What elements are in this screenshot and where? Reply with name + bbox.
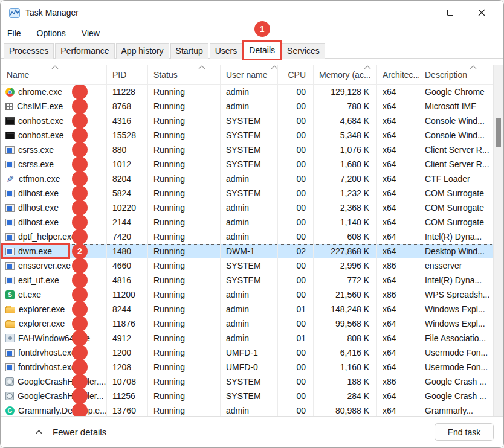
- menu-file[interactable]: File: [7, 27, 21, 40]
- cell-memory: 7,200 K: [313, 171, 376, 186]
- process-row[interactable]: esif_uf.exe 4816 Running SYSTEM 00 772 K…: [1, 273, 493, 287]
- cell-memory: 2,368 K: [313, 200, 376, 215]
- cell-name: ✎ctfmon.exe: [1, 171, 106, 186]
- pen-icon: ✎: [5, 174, 15, 184]
- column-header-memory[interactable]: Memory (ac...: [313, 65, 376, 85]
- task-manager-icon: [9, 8, 20, 18]
- cell-name: dllhost.exe: [1, 186, 106, 200]
- tab-app-history[interactable]: App history: [116, 43, 169, 59]
- tab-users[interactable]: Users: [210, 43, 243, 59]
- column-header-status[interactable]: Status: [147, 65, 220, 85]
- tab-details[interactable]: Details 1: [244, 42, 280, 59]
- cell-description: COM Surrogate: [419, 215, 493, 229]
- cell-user: admin: [220, 403, 277, 416]
- process-row[interactable]: explorer.exe 11876 Running admin 00 99,5…: [1, 316, 493, 331]
- process-row[interactable]: dllhost.exe 5824 Running SYSTEM 00 1,232…: [1, 186, 493, 200]
- cell-description: Usermode Fon...: [419, 360, 493, 374]
- menu-options[interactable]: Options: [37, 27, 66, 40]
- cell-cpu: 00: [277, 287, 313, 302]
- process-row[interactable]: dllhost.exe 10220 Running admin 00 2,368…: [1, 200, 493, 215]
- process-row[interactable]: dllhost.exe 2144 Running admin 00 1,140 …: [1, 215, 493, 229]
- process-row[interactable]: dwm.exe 1480 Running DWM-1 02 227,868 K …: [1, 244, 493, 258]
- process-row[interactable]: Set.exe 11200 Running admin 00 21,560 K …: [1, 287, 493, 302]
- maximize-button[interactable]: [435, 1, 466, 25]
- cell-arch: x64: [376, 128, 419, 142]
- column-header-label: User name: [226, 70, 267, 80]
- minimize-button[interactable]: [403, 1, 435, 25]
- cell-status: Running: [147, 389, 220, 403]
- column-header-user[interactable]: User name: [220, 65, 277, 85]
- tab-performance[interactable]: Performance: [55, 43, 114, 59]
- sort-ascending-icon: [470, 65, 477, 69]
- cell-cpu: 00: [277, 229, 313, 244]
- cell-cpu: 01: [277, 302, 313, 316]
- scrollbar-thumb[interactable]: [496, 118, 501, 147]
- task-manager-window: Task Manager File Options View Processes…: [0, 0, 504, 448]
- cell-cpu: 00: [277, 142, 313, 157]
- process-row[interactable]: fontdrvhost.exe 1200 Running UMFD-1 00 6…: [1, 345, 493, 360]
- cell-arch: x64: [376, 229, 419, 244]
- cell-name: ChsIME.exe: [1, 99, 106, 114]
- column-header-label: PID: [112, 70, 126, 80]
- folder-icon: [5, 321, 15, 328]
- cell-cpu: 00: [277, 403, 313, 416]
- process-row[interactable]: explorer.exe 8244 Running admin 01 148,2…: [1, 302, 493, 316]
- cell-user: admin: [220, 302, 277, 316]
- process-row[interactable]: GGrammarly.Desktop.e... 13760 Running ad…: [1, 403, 493, 416]
- tab-label: Details: [249, 45, 275, 55]
- column-header-cpu[interactable]: CPU: [277, 65, 313, 85]
- tab-label: App history: [121, 46, 164, 56]
- process-row[interactable]: csrss.exe 880 Running SYSTEM 00 1,076 K …: [1, 142, 493, 157]
- process-row[interactable]: ensserver.exe 4660 Running SYSTEM 00 2,9…: [1, 258, 493, 273]
- cell-pid: 11256: [106, 389, 147, 403]
- process-row[interactable]: FAHWindow64.exe 4912 Running admin 01 80…: [1, 331, 493, 345]
- process-row[interactable]: GoogleCrashHandler... 11256 Running SYST…: [1, 389, 493, 403]
- process-row[interactable]: csrss.exe 1012 Running SYSTEM 00 1,680 K…: [1, 157, 493, 171]
- cell-cpu: 00: [277, 186, 313, 200]
- cell-user: admin: [220, 99, 277, 114]
- process-row[interactable]: conhost.exe 4316 Running SYSTEM 00 4,684…: [1, 114, 493, 128]
- vertical-scrollbar[interactable]: [493, 65, 503, 416]
- cell-memory: 148,248 K: [313, 302, 376, 316]
- cell-status: Running: [147, 114, 220, 128]
- column-header-pid[interactable]: PID: [106, 65, 147, 85]
- tab-startup[interactable]: Startup: [170, 43, 208, 59]
- close-button[interactable]: [466, 1, 497, 25]
- tab-services[interactable]: Services: [282, 43, 325, 59]
- fewer-details-button[interactable]: Fewer details: [35, 427, 106, 437]
- cell-description: Intel(R) Dyna...: [419, 229, 493, 244]
- cell-description: Grammarly...: [419, 403, 493, 416]
- cell-user: SYSTEM: [220, 389, 277, 403]
- window-icon: [5, 219, 15, 226]
- cell-memory: 780 K: [313, 99, 376, 114]
- tab-processes[interactable]: Processes: [4, 43, 54, 59]
- column-header-desc[interactable]: Description: [419, 65, 493, 85]
- cell-memory: 772 K: [313, 273, 376, 287]
- process-row[interactable]: conhost.exe 15528 Running SYSTEM 00 5,34…: [1, 128, 493, 142]
- process-row[interactable]: fontdrvhost.exe 1208 Running UMFD-0 00 1…: [1, 360, 493, 374]
- cell-arch: x64: [376, 171, 419, 186]
- cell-name: conhost.exe: [1, 128, 106, 142]
- end-task-button[interactable]: End task: [435, 423, 494, 441]
- menu-view[interactable]: View: [82, 27, 100, 40]
- sort-ascending-icon: [271, 65, 277, 69]
- process-row[interactable]: dptf_helper.exe 7420 Running admin 00 60…: [1, 229, 493, 244]
- cell-pid: 8204: [106, 171, 147, 186]
- process-row[interactable]: GoogleCrashHandler.... 10708 Running SYS…: [1, 374, 493, 389]
- cell-memory: 1,076 K: [313, 142, 376, 157]
- cell-memory: 6,416 K: [313, 345, 376, 360]
- cell-description: Client Server R...: [419, 157, 493, 171]
- column-header-arch[interactable]: Architec...: [376, 65, 419, 85]
- cell-description: Client Server R...: [419, 142, 493, 157]
- cell-cpu: 00: [277, 360, 313, 374]
- process-row[interactable]: chrome.exe 11228 Running admin 00 129,12…: [1, 85, 493, 99]
- chrome-icon: [5, 88, 15, 97]
- cell-memory: 5,348 K: [313, 128, 376, 142]
- process-row[interactable]: ChsIME.exe 8768 Running admin 00 780 K x…: [1, 99, 493, 114]
- process-row[interactable]: ✎ctfmon.exe 8204 Running admin 00 7,200 …: [1, 171, 493, 186]
- cell-memory: 99,568 K: [313, 316, 376, 331]
- cell-description: Microsoft IME: [419, 99, 493, 114]
- column-header-name[interactable]: Name: [1, 65, 106, 85]
- cell-cpu: 00: [277, 273, 313, 287]
- cell-arch: x64: [376, 360, 419, 374]
